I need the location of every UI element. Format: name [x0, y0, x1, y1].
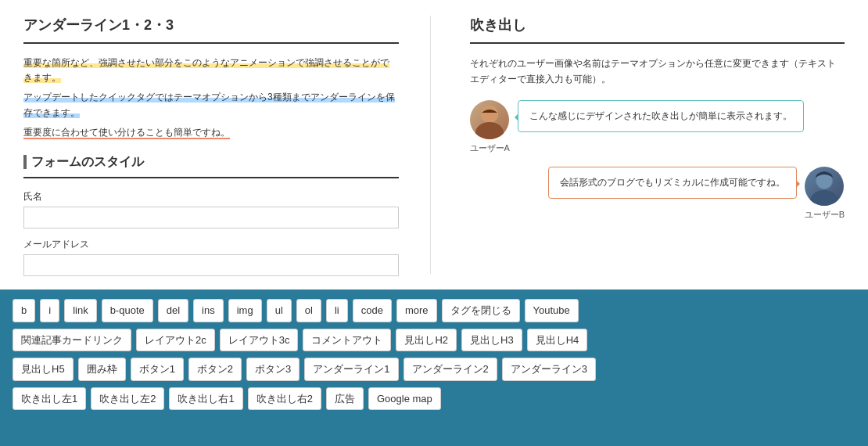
user-b-label: ユーザーB [805, 209, 845, 221]
right-panel: 吹き出し それぞれのユーザー画像や名前はテーマオプションから任意に変更できます（… [462, 16, 845, 274]
btn-bubble-left1[interactable]: 吹き出し左1 [13, 387, 86, 411]
left-panel: アンダーライン1・2・3 重要な箇所など、強調させたい部分をこのようなアニメーシ… [23, 16, 431, 274]
bubble-description: それぞれのユーザー画像や名前はテーマオプションから任意に変更できます（テキストエ… [470, 56, 845, 88]
bubble-right-container: 会話形式のブログでもリズミカルに作成可能ですね。 ユーザーB [470, 167, 845, 221]
btn-underline3[interactable]: アンダーライン3 [502, 358, 596, 381]
btn-underline2[interactable]: アンダーライン2 [404, 358, 497, 381]
btn-ol[interactable]: ol [296, 299, 321, 322]
bubble-right-row: 会話形式のブログでもリズミカルに作成可能ですね。 ユーザーB [470, 167, 845, 221]
btn-del[interactable]: del [158, 299, 188, 322]
bubble-left-row: ユーザーA こんな感じにデザインされた吹き出しが簡単に表示されます。 [470, 100, 845, 154]
btn-button2[interactable]: ボタン2 [188, 358, 242, 381]
form-section-title: フォームのスタイル [23, 154, 399, 171]
bubble-section-title: 吹き出し [470, 16, 845, 34]
btn-google-map[interactable]: Google map [368, 387, 441, 411]
btn-bubble-left2[interactable]: 吹き出し左2 [91, 387, 164, 411]
btn-h3[interactable]: 見出しH3 [461, 329, 522, 352]
underline-section-title: アンダーライン1・2・3 [23, 16, 399, 34]
underline-text-1: 重要な箇所など、強調させたい部分をこのようなアニメーションで強調させることができ… [23, 56, 399, 85]
toolbar-row-4: 吹き出し左1 吹き出し左2 吹き出し右1 吹き出し右2 広告 Google ma… [13, 387, 855, 411]
email-field-group: メールアドレス [23, 238, 399, 276]
btn-button1[interactable]: ボタン1 [131, 358, 184, 381]
btn-layout-3c[interactable]: レイアウト3c [220, 329, 299, 352]
btn-link[interactable]: link [64, 299, 97, 322]
btn-h4[interactable]: 見出しH4 [527, 329, 588, 352]
btn-close-tag[interactable]: タグを閉じる [442, 299, 520, 322]
btn-underline1[interactable]: アンダーライン1 [304, 358, 398, 381]
btn-ins[interactable]: ins [193, 299, 224, 322]
user-a-avatar-wrap: ユーザーA [470, 100, 510, 154]
btn-h2[interactable]: 見出しH2 [396, 329, 457, 352]
svg-point-2 [482, 106, 497, 122]
underline-text-3: 重要度に合わせて使い分けることも簡単ですね。 [23, 125, 399, 140]
toolbar-row-3: 見出しH5 囲み枠 ボタン1 ボタン2 ボタン3 アンダーライン1 アンダーライ… [13, 358, 855, 381]
btn-img[interactable]: img [228, 299, 262, 322]
svg-point-1 [475, 122, 504, 139]
bubble-left-container: ユーザーA こんな感じにデザインされた吹き出しが簡単に表示されます。 [470, 100, 845, 154]
highlighted-text-3: 重要度に合わせて使い分けることも簡単ですね。 [23, 127, 230, 139]
btn-more[interactable]: more [396, 299, 437, 322]
btn-layout-2c[interactable]: レイアウト2c [136, 329, 215, 352]
user-b-avatar [805, 167, 844, 206]
user-a-avatar [470, 100, 509, 139]
btn-ad[interactable]: 広告 [326, 387, 364, 411]
bubble-right-text: 会話形式のブログでもリズミカルに作成可能ですね。 [548, 167, 797, 199]
btn-bubble-right2[interactable]: 吹き出し右2 [248, 387, 321, 411]
btn-bubble-right1[interactable]: 吹き出し右1 [169, 387, 242, 411]
name-input[interactable] [23, 207, 399, 228]
toolbar: b i link b-quote del ins img ul ol li co… [0, 290, 868, 446]
btn-code[interactable]: code [353, 299, 392, 322]
email-input[interactable] [23, 254, 399, 276]
email-label: メールアドレス [23, 238, 399, 251]
svg-point-4 [810, 190, 838, 206]
btn-comment-out[interactable]: コメントアウト [303, 329, 391, 352]
highlighted-text-1: 重要な箇所など、強調させたい部分をこのようなアニメーションで強調させることができ… [23, 57, 389, 83]
name-label: 氏名 [23, 190, 399, 203]
btn-ul[interactable]: ul [267, 299, 292, 322]
btn-h5[interactable]: 見出しH5 [13, 358, 74, 381]
btn-frame[interactable]: 囲み枠 [78, 358, 126, 381]
btn-youtube[interactable]: Youtube [525, 299, 579, 322]
bubble-left-text: こんな感じにデザインされた吹き出しが簡単に表示されます。 [518, 100, 804, 132]
btn-li[interactable]: li [326, 299, 348, 322]
btn-i[interactable]: i [40, 299, 59, 322]
btn-b[interactable]: b [13, 299, 35, 322]
highlighted-text-2: アップデートしたクイックタグではテーマオプションから3種類までアンダーラインを保… [23, 92, 395, 117]
btn-button3[interactable]: ボタン3 [246, 358, 299, 381]
btn-related-card[interactable]: 関連記事カードリンク [13, 329, 131, 352]
underline-text-2: アップデートしたクイックタグではテーマオプションから3種類までアンダーラインを保… [23, 90, 399, 120]
toolbar-row-1: b i link b-quote del ins img ul ol li co… [13, 299, 855, 322]
name-field-group: 氏名 [23, 190, 399, 228]
user-a-label: ユーザーA [470, 142, 510, 154]
user-b-avatar-wrap: ユーザーB [805, 167, 845, 221]
toolbar-row-2: 関連記事カードリンク レイアウト2c レイアウト3c コメントアウト 見出しH2… [13, 329, 855, 352]
btn-b-quote[interactable]: b-quote [102, 299, 153, 322]
